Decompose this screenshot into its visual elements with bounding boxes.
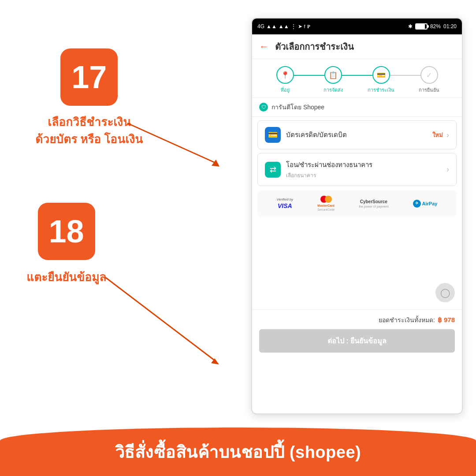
- step17-badge: 17: [60, 48, 118, 106]
- floating-action-button[interactable]: ◯: [435, 283, 455, 302]
- signal-bars2: ▲▲: [279, 23, 289, 30]
- progress-steps: 📍 ที่อยู่ 📋 การจัดส่ง 💳 การชำระเงิน ✓ กา…: [261, 66, 453, 94]
- step-label-payment: การชำระเงิน: [368, 86, 394, 94]
- phone-screen: 4G ▲▲ ▲▲ ⋮ ➤ f 𝐏 ✱ 82% 01:20 ← ตัวเลือกก…: [251, 18, 463, 414]
- step-circle-shipping: 📋: [324, 66, 342, 84]
- step-circle-confirm: ✓: [420, 66, 438, 84]
- cybersource-logo-item: CyberSource the power of payment: [359, 199, 388, 208]
- bank-transfer-option[interactable]: ⇄ โอน/ชำระผ่านช่องทางธนาคาร เลือกธนาคาร …: [257, 153, 457, 186]
- confirm-button[interactable]: ต่อไป : ยืนยันข้อมูล: [259, 329, 455, 353]
- progress-step-payment: 💳 การชำระเงิน: [357, 66, 405, 94]
- credit-card-left: 💳 บัตรเครดิต/บัตรเดบิต: [265, 127, 347, 143]
- svg-line-2: [106, 278, 216, 361]
- airpay-logo-item: ✈ AirPay: [413, 200, 438, 208]
- total-row: ยอดชำระเงินทั้งหมด: ฿ 978: [259, 315, 455, 325]
- bank-transfer-right: ›: [446, 165, 449, 174]
- signal-bars: ▲▲: [266, 23, 277, 30]
- back-button[interactable]: ←: [259, 41, 269, 52]
- airpay-text: AirPay: [422, 201, 438, 207]
- bottom-banner: วิธีสั่งซื้อสินค้าบนชอปปี้ (shopee): [0, 428, 476, 476]
- step18-label: แตะยืนยันข้อมูล: [26, 268, 106, 286]
- shield-icon: 🛡: [259, 103, 268, 112]
- menu-dots: ⋮: [291, 23, 296, 30]
- progress-bar-container: 📍 ที่อยู่ 📋 การจัดส่ง 💳 การชำระเงิน ✓ กา…: [252, 59, 462, 98]
- battery-icon: [415, 23, 428, 30]
- svg-marker-1: [212, 160, 219, 167]
- guarantee-row: 🛡 การันตีโดย Shopee: [252, 98, 462, 117]
- progress-step-address: 📍 ที่อยู่: [261, 66, 309, 94]
- bank-transfer-info: โอน/ชำระผ่านช่องทางธนาคาร เลือกธนาคาร: [286, 160, 372, 179]
- step18-badge: 18: [38, 203, 95, 260]
- svg-marker-3: [211, 358, 219, 364]
- new-badge: ใหม่: [432, 130, 443, 140]
- time-display: 01:20: [443, 23, 457, 30]
- mc-text: MasterCard: [317, 204, 335, 208]
- step-label-shipping: การจัดส่ง: [324, 86, 343, 94]
- step-label-confirm: การยืนยัน: [419, 86, 439, 94]
- step-circle-address: 📍: [276, 66, 294, 84]
- bank-transfer-subtitle: เลือกธนาคาร: [286, 171, 372, 179]
- step18-container: 18 แตะยืนยันข้อมูล: [26, 203, 106, 286]
- credit-card-icon: 💳: [265, 127, 281, 143]
- bottom-banner-text: วิธีสั่งซื้อสินค้าบนชอปปี้ (shopee): [115, 439, 361, 465]
- spacer-area: ◯: [252, 221, 462, 309]
- step17-label: เลือกวิธีชำระเงิน ด้วยบัตร หรือ โอนเงิน: [35, 114, 143, 148]
- network-indicator: 4G: [257, 23, 264, 30]
- page-title: ตัวเลือกการชำระเงิน: [275, 40, 354, 54]
- bluetooth-icon: ✱: [408, 23, 413, 30]
- total-label: ยอดชำระเงินทั้งหมด:: [379, 315, 435, 325]
- mc-circles: [320, 196, 332, 203]
- status-left: 4G ▲▲ ▲▲ ⋮ ➤ f 𝐏: [257, 23, 310, 30]
- credit-card-title: บัตรเครดิต/บัตรเดบิต: [286, 130, 347, 140]
- security-logos: Verified by VISA MasterCard SecureCode C…: [257, 190, 457, 217]
- airpay-logo: ✈ AirPay: [413, 200, 438, 208]
- bank-transfer-title: โอน/ชำระผ่านช่องทางธนาคาร: [286, 160, 372, 170]
- chevron-right-bank-icon: ›: [446, 165, 449, 174]
- status-bar: 4G ▲▲ ▲▲ ⋮ ➤ f 𝐏 ✱ 82% 01:20: [252, 19, 462, 34]
- pinterest-icon: 𝐏: [307, 24, 310, 30]
- nav-icon: ➤: [298, 23, 302, 30]
- bottom-bar: ยอดชำระเงินทั้งหมด: ฿ 978 ต่อไป : ยืนยัน…: [252, 309, 462, 358]
- progress-step-shipping: 📋 การจัดส่ง: [309, 66, 357, 94]
- left-section: 17 เลือกวิธีชำระเงิน ด้วยบัตร หรือ โอนเง…: [0, 26, 234, 410]
- guarantee-text: การันตีโดย Shopee: [271, 102, 324, 112]
- fb-icon: f: [304, 24, 305, 29]
- credit-card-option[interactable]: 💳 บัตรเครดิต/บัตรเดบิต ใหม่ ›: [257, 120, 457, 149]
- airpay-icon: ✈: [413, 200, 421, 208]
- step-circle-payment: 💳: [372, 66, 390, 84]
- chevron-right-icon: ›: [446, 130, 449, 140]
- step-label-address: ที่อยู่: [281, 86, 290, 94]
- status-right: ✱ 82% 01:20: [408, 23, 457, 30]
- credit-card-info: บัตรเครดิต/บัตรเดบิต: [286, 130, 347, 140]
- visa-logo-item: Verified by VISA: [277, 197, 294, 210]
- bank-transfer-left: ⇄ โอน/ชำระผ่านช่องทางธนาคาร เลือกธนาคาร: [265, 160, 372, 179]
- progress-step-confirm: ✓ การยืนยัน: [405, 66, 453, 94]
- step17-container: 17 เลือกวิธีชำระเงิน ด้วยบัตร หรือ โอนเง…: [35, 48, 143, 148]
- mc-circle-yellow: [325, 196, 332, 203]
- credit-card-right: ใหม่ ›: [432, 130, 449, 140]
- mastercard-logo-item: MasterCard SecureCode: [317, 196, 335, 212]
- battery-percent: 82%: [430, 23, 441, 30]
- total-amount: ฿ 978: [438, 316, 455, 324]
- bank-icon: ⇄: [265, 162, 281, 178]
- battery-fill: [416, 24, 425, 29]
- app-header: ← ตัวเลือกการชำระเงิน: [252, 34, 462, 59]
